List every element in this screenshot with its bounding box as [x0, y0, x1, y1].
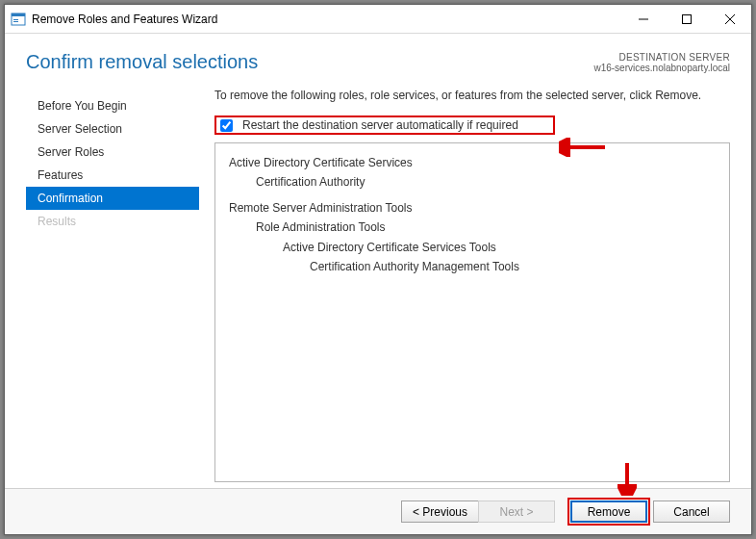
- restart-checkbox-row: Restart the destination server automatic…: [214, 116, 555, 135]
- next-button: Next >: [478, 500, 555, 523]
- list-item: Active Directory Certificate Services: [229, 153, 716, 172]
- maximize-button[interactable]: [665, 5, 708, 33]
- restart-checkbox-label[interactable]: Restart the destination server automatic…: [242, 118, 518, 132]
- window-controls: [621, 5, 751, 33]
- sidebar-item-features[interactable]: Features: [26, 164, 199, 187]
- destination-label: DESTINATION SERVER: [593, 52, 730, 63]
- close-button[interactable]: [708, 5, 751, 33]
- app-icon: [11, 12, 26, 27]
- page-heading: Confirm removal selections: [26, 51, 258, 73]
- wizard-steps-sidebar: Before You Begin Server Selection Server…: [26, 89, 199, 488]
- previous-button[interactable]: < Previous: [401, 500, 478, 523]
- list-item: Role Administration Tools: [256, 218, 716, 237]
- content-column: To remove the following roles, role serv…: [199, 89, 730, 488]
- svg-rect-5: [682, 14, 691, 23]
- header-area: Confirm removal selections DESTINATION S…: [5, 34, 751, 81]
- list-item: Active Directory Certificate Services To…: [283, 238, 716, 257]
- title-bar: Remove Roles and Features Wizard: [5, 5, 751, 34]
- wizard-window: Remove Roles and Features Wizard Confirm…: [4, 4, 752, 535]
- removal-list-panel: Active Directory Certificate Services Ce…: [214, 142, 730, 482]
- prev-next-group: < Previous Next >: [401, 500, 555, 523]
- sidebar-item-server-selection[interactable]: Server Selection: [26, 117, 199, 141]
- list-item: Certification Authority Management Tools: [310, 257, 716, 276]
- window-title: Remove Roles and Features Wizard: [32, 13, 621, 26]
- sidebar-item-before-you-begin[interactable]: Before You Begin: [26, 94, 199, 117]
- destination-server-box: DESTINATION SERVER w16-services.nolabnop…: [593, 52, 730, 73]
- instruction-text: To remove the following roles, role serv…: [214, 89, 730, 102]
- sidebar-item-confirmation[interactable]: Confirmation: [26, 187, 199, 210]
- list-item: Certification Authority: [256, 172, 716, 192]
- restart-checkbox[interactable]: [220, 119, 233, 132]
- minimize-button[interactable]: [621, 5, 665, 33]
- svg-rect-2: [13, 19, 18, 20]
- sidebar-item-results: Results: [26, 210, 199, 233]
- list-item: Remote Server Administration Tools: [229, 198, 716, 218]
- sidebar-item-server-roles[interactable]: Server Roles: [26, 141, 199, 164]
- cancel-button[interactable]: Cancel: [653, 500, 730, 523]
- destination-value: w16-services.nolabnoparty.local: [593, 63, 730, 73]
- remove-button[interactable]: Remove: [570, 500, 647, 523]
- svg-rect-1: [12, 13, 25, 16]
- body-area: Before You Begin Server Selection Server…: [5, 81, 751, 488]
- footer-bar: < Previous Next > Remove Cancel: [5, 488, 751, 534]
- svg-rect-3: [13, 21, 18, 22]
